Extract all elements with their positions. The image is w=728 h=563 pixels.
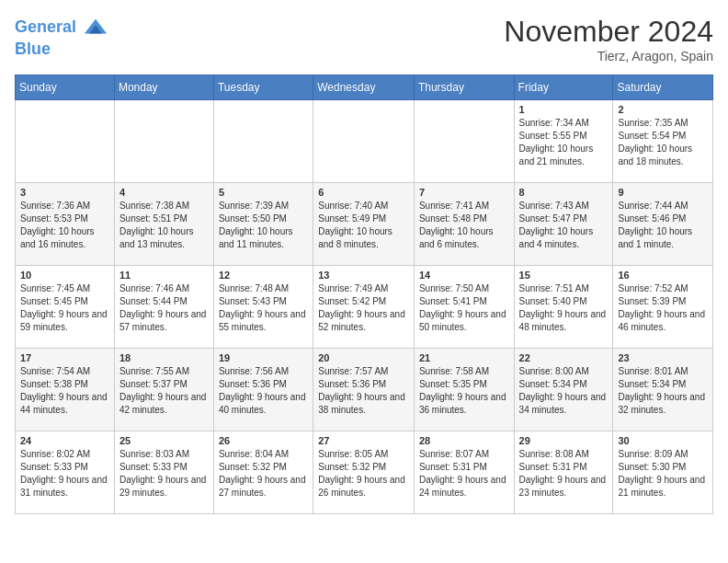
calendar-week-row: 3Sunrise: 7:36 AM Sunset: 5:53 PM Daylig… bbox=[16, 183, 713, 266]
day-info: Sunrise: 7:57 AM Sunset: 5:36 PM Dayligh… bbox=[318, 365, 409, 417]
day-info: Sunrise: 7:39 AM Sunset: 5:50 PM Dayligh… bbox=[219, 200, 308, 251]
day-number: 12 bbox=[219, 270, 308, 281]
day-number: 9 bbox=[618, 187, 708, 198]
day-number: 25 bbox=[119, 435, 209, 446]
calendar-week-row: 24Sunrise: 8:02 AM Sunset: 5:33 PM Dayli… bbox=[16, 431, 713, 514]
day-number: 19 bbox=[219, 352, 308, 363]
calendar-cell: 15Sunrise: 7:51 AM Sunset: 5:40 PM Dayli… bbox=[514, 266, 613, 349]
day-number: 14 bbox=[419, 270, 509, 281]
calendar-cell: 30Sunrise: 8:09 AM Sunset: 5:30 PM Dayli… bbox=[613, 431, 713, 514]
calendar-week-row: 17Sunrise: 7:54 AM Sunset: 5:38 PM Dayli… bbox=[16, 349, 713, 431]
logo: General Blue bbox=[15, 15, 108, 59]
calendar-cell: 14Sunrise: 7:50 AM Sunset: 5:41 PM Dayli… bbox=[414, 266, 514, 349]
day-info: Sunrise: 7:35 AM Sunset: 5:54 PM Dayligh… bbox=[618, 117, 708, 168]
weekday-header: Thursday bbox=[414, 75, 514, 100]
calendar-header-row: SundayMondayTuesdayWednesdayThursdayFrid… bbox=[16, 75, 713, 100]
calendar-week-row: 1Sunrise: 7:34 AM Sunset: 5:55 PM Daylig… bbox=[16, 100, 713, 183]
calendar-cell: 3Sunrise: 7:36 AM Sunset: 5:53 PM Daylig… bbox=[16, 183, 115, 266]
day-info: Sunrise: 7:51 AM Sunset: 5:40 PM Dayligh… bbox=[519, 282, 609, 334]
calendar-cell: 24Sunrise: 8:02 AM Sunset: 5:33 PM Dayli… bbox=[16, 431, 115, 514]
calendar-cell bbox=[313, 100, 415, 183]
day-info: Sunrise: 7:49 AM Sunset: 5:42 PM Dayligh… bbox=[318, 282, 409, 334]
day-info: Sunrise: 7:43 AM Sunset: 5:47 PM Dayligh… bbox=[519, 200, 609, 251]
day-number: 8 bbox=[519, 187, 609, 198]
day-number: 13 bbox=[318, 270, 409, 281]
day-number: 11 bbox=[119, 270, 209, 281]
day-number: 24 bbox=[20, 435, 109, 446]
day-number: 15 bbox=[519, 270, 609, 281]
day-number: 3 bbox=[20, 187, 109, 198]
calendar-cell: 11Sunrise: 7:46 AM Sunset: 5:44 PM Dayli… bbox=[114, 266, 213, 349]
location: Tierz, Aragon, Spain bbox=[504, 49, 713, 63]
calendar-cell: 2Sunrise: 7:35 AM Sunset: 5:54 PM Daylig… bbox=[613, 100, 713, 183]
day-number: 17 bbox=[20, 352, 109, 363]
calendar-cell: 22Sunrise: 8:00 AM Sunset: 5:34 PM Dayli… bbox=[514, 349, 613, 431]
logo-text-blue: Blue bbox=[15, 40, 108, 59]
day-info: Sunrise: 8:05 AM Sunset: 5:32 PM Dayligh… bbox=[318, 448, 409, 500]
title-block: November 2024 Tierz, Aragon, Spain bbox=[504, 15, 713, 63]
weekday-header: Sunday bbox=[16, 75, 115, 100]
day-number: 21 bbox=[419, 352, 509, 363]
day-info: Sunrise: 7:54 AM Sunset: 5:38 PM Dayligh… bbox=[20, 365, 109, 417]
day-number: 5 bbox=[219, 187, 308, 198]
day-number: 26 bbox=[219, 435, 308, 446]
calendar-cell: 4Sunrise: 7:38 AM Sunset: 5:51 PM Daylig… bbox=[114, 183, 213, 266]
day-info: Sunrise: 7:52 AM Sunset: 5:39 PM Dayligh… bbox=[618, 282, 708, 334]
day-info: Sunrise: 8:08 AM Sunset: 5:31 PM Dayligh… bbox=[519, 448, 609, 500]
calendar-cell: 28Sunrise: 8:07 AM Sunset: 5:31 PM Dayli… bbox=[414, 431, 514, 514]
weekday-header: Monday bbox=[114, 75, 213, 100]
calendar-cell: 26Sunrise: 8:04 AM Sunset: 5:32 PM Dayli… bbox=[213, 431, 313, 514]
day-number: 6 bbox=[318, 187, 409, 198]
day-info: Sunrise: 8:00 AM Sunset: 5:34 PM Dayligh… bbox=[519, 365, 609, 417]
day-number: 22 bbox=[519, 352, 609, 363]
day-info: Sunrise: 7:55 AM Sunset: 5:37 PM Dayligh… bbox=[119, 365, 209, 417]
day-info: Sunrise: 7:44 AM Sunset: 5:46 PM Dayligh… bbox=[618, 200, 708, 251]
day-number: 16 bbox=[618, 270, 708, 281]
calendar-cell: 5Sunrise: 7:39 AM Sunset: 5:50 PM Daylig… bbox=[213, 183, 313, 266]
month-title: November 2024 bbox=[504, 15, 713, 49]
calendar-cell: 1Sunrise: 7:34 AM Sunset: 5:55 PM Daylig… bbox=[514, 100, 613, 183]
day-number: 29 bbox=[519, 435, 609, 446]
day-info: Sunrise: 7:45 AM Sunset: 5:45 PM Dayligh… bbox=[20, 282, 109, 334]
day-number: 1 bbox=[519, 104, 609, 115]
day-info: Sunrise: 8:09 AM Sunset: 5:30 PM Dayligh… bbox=[618, 448, 708, 500]
day-number: 4 bbox=[119, 187, 209, 198]
calendar-cell bbox=[213, 100, 313, 183]
day-number: 27 bbox=[318, 435, 409, 446]
calendar-cell: 18Sunrise: 7:55 AM Sunset: 5:37 PM Dayli… bbox=[114, 349, 213, 431]
day-info: Sunrise: 7:34 AM Sunset: 5:55 PM Dayligh… bbox=[519, 117, 609, 168]
day-info: Sunrise: 8:03 AM Sunset: 5:33 PM Dayligh… bbox=[119, 448, 209, 500]
calendar-cell: 10Sunrise: 7:45 AM Sunset: 5:45 PM Dayli… bbox=[16, 266, 115, 349]
calendar-cell bbox=[414, 100, 514, 183]
day-number: 23 bbox=[618, 352, 708, 363]
calendar-cell: 27Sunrise: 8:05 AM Sunset: 5:32 PM Dayli… bbox=[313, 431, 415, 514]
logo-icon bbox=[83, 15, 108, 40]
calendar-cell: 19Sunrise: 7:56 AM Sunset: 5:36 PM Dayli… bbox=[213, 349, 313, 431]
day-info: Sunrise: 7:48 AM Sunset: 5:43 PM Dayligh… bbox=[219, 282, 308, 334]
calendar-cell: 13Sunrise: 7:49 AM Sunset: 5:42 PM Dayli… bbox=[313, 266, 415, 349]
calendar-cell: 21Sunrise: 7:58 AM Sunset: 5:35 PM Dayli… bbox=[414, 349, 514, 431]
logo-text: General bbox=[15, 15, 108, 40]
calendar-cell: 20Sunrise: 7:57 AM Sunset: 5:36 PM Dayli… bbox=[313, 349, 415, 431]
day-number: 10 bbox=[20, 270, 109, 281]
calendar-cell: 8Sunrise: 7:43 AM Sunset: 5:47 PM Daylig… bbox=[514, 183, 613, 266]
calendar-cell: 17Sunrise: 7:54 AM Sunset: 5:38 PM Dayli… bbox=[16, 349, 115, 431]
calendar-cell: 6Sunrise: 7:40 AM Sunset: 5:49 PM Daylig… bbox=[313, 183, 415, 266]
day-number: 30 bbox=[618, 435, 708, 446]
day-info: Sunrise: 7:58 AM Sunset: 5:35 PM Dayligh… bbox=[419, 365, 509, 417]
calendar-week-row: 10Sunrise: 7:45 AM Sunset: 5:45 PM Dayli… bbox=[16, 266, 713, 349]
weekday-header: Friday bbox=[514, 75, 613, 100]
day-info: Sunrise: 7:41 AM Sunset: 5:48 PM Dayligh… bbox=[419, 200, 509, 251]
calendar-cell: 9Sunrise: 7:44 AM Sunset: 5:46 PM Daylig… bbox=[613, 183, 713, 266]
day-info: Sunrise: 8:07 AM Sunset: 5:31 PM Dayligh… bbox=[419, 448, 509, 500]
day-info: Sunrise: 8:01 AM Sunset: 5:34 PM Dayligh… bbox=[618, 365, 708, 417]
day-info: Sunrise: 7:40 AM Sunset: 5:49 PM Dayligh… bbox=[318, 200, 409, 251]
page-header: General Blue November 2024 Tierz, Aragon… bbox=[15, 15, 713, 63]
calendar-cell bbox=[16, 100, 115, 183]
calendar-cell: 23Sunrise: 8:01 AM Sunset: 5:34 PM Dayli… bbox=[613, 349, 713, 431]
day-number: 28 bbox=[419, 435, 509, 446]
day-number: 2 bbox=[618, 104, 708, 115]
day-info: Sunrise: 7:36 AM Sunset: 5:53 PM Dayligh… bbox=[20, 200, 109, 251]
weekday-header: Wednesday bbox=[313, 75, 415, 100]
weekday-header: Tuesday bbox=[213, 75, 313, 100]
